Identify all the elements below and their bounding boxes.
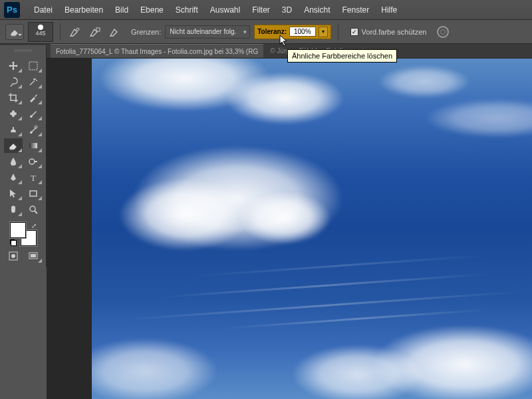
toolbox: T ⤢	[0, 45, 47, 267]
svg-point-10	[30, 206, 35, 211]
brush-size-label: 445	[35, 30, 45, 37]
limits-dropdown[interactable]: Nicht aufeinander folg.	[165, 25, 250, 39]
eraser-icon	[9, 27, 20, 37]
limits-value: Nicht aufeinander folg.	[170, 28, 236, 35]
brush-dot-icon	[38, 25, 43, 30]
type-tool[interactable]: T	[24, 170, 43, 185]
tolerance-value[interactable]: 100%	[289, 27, 316, 37]
path-selection-tool[interactable]	[4, 186, 23, 201]
move-tool[interactable]	[4, 59, 23, 73]
lasso-tool[interactable]	[4, 74, 23, 89]
screen-mode-icon[interactable]	[24, 249, 43, 263]
marquee-tool[interactable]	[24, 59, 43, 73]
menu-auswahl[interactable]: Auswahl	[204, 0, 246, 20]
separator	[60, 23, 61, 41]
menu-bild[interactable]: Bild	[109, 0, 134, 20]
menu-filter[interactable]: Filter	[246, 0, 276, 20]
protect-foreground-checkbox[interactable]: ✓ Vord.farbe schützen	[350, 28, 427, 36]
document-canvas[interactable]	[92, 59, 532, 399]
menu-hilfe[interactable]: Hilfe	[375, 0, 403, 20]
menu-3d[interactable]: 3D	[276, 0, 298, 20]
document-tab-active[interactable]: Fotolia_7775064_L © Thaut Images - Fotol…	[51, 44, 263, 59]
pen-tool[interactable]	[4, 170, 23, 185]
quick-mask-icon[interactable]	[4, 249, 23, 263]
svg-rect-6	[29, 143, 37, 148]
tolerance-dropdown-icon[interactable]: ▾	[319, 27, 328, 37]
separator	[338, 23, 338, 41]
eyedropper-tool[interactable]	[24, 90, 43, 105]
menu-fenster[interactable]: Fenster	[336, 0, 376, 20]
sampling-swatch-icon[interactable]	[107, 25, 123, 39]
protect-foreground-label: Vord.farbe schützen	[362, 28, 427, 36]
blur-tool[interactable]	[4, 154, 23, 169]
app-logo[interactable]: Ps	[4, 2, 20, 18]
healing-brush-tool[interactable]	[4, 106, 23, 121]
toolbox-grip[interactable]	[3, 49, 43, 56]
default-colors-icon[interactable]	[10, 239, 17, 246]
brush-tool[interactable]	[24, 106, 43, 121]
limits-label: Grenzen:	[131, 28, 161, 36]
tooltip: Ähnliche Farbbereiche löschen	[287, 49, 397, 63]
menu-bearbeiten[interactable]: Bearbeiten	[59, 0, 109, 20]
checkbox-icon: ✓	[350, 28, 358, 36]
hand-tool[interactable]	[4, 202, 23, 217]
svg-rect-4	[12, 110, 15, 117]
tool-preset-picker[interactable]	[5, 24, 24, 40]
svg-text:T: T	[31, 173, 36, 183]
tolerance-label: Toleranz:	[257, 28, 287, 35]
magic-wand-tool[interactable]	[24, 74, 43, 89]
document-tab-bar: Fotolia_7775064_L © Thaut Images - Fotol…	[0, 44, 532, 59]
sampling-continuous-icon[interactable]	[67, 25, 83, 39]
brush-preset-picker[interactable]: 445	[28, 22, 53, 42]
svg-rect-14	[31, 254, 36, 257]
zoom-tool[interactable]	[24, 202, 43, 217]
svg-point-12	[11, 254, 15, 258]
menu-ebene[interactable]: Ebene	[134, 0, 170, 20]
options-bar: 445 Grenzen: Nicht aufeinander folg. Tol…	[0, 20, 532, 44]
svg-rect-2	[29, 62, 37, 70]
menu-bar: Ps Datei Bearbeiten Bild Ebene Schrift A…	[0, 0, 532, 20]
svg-point-7	[29, 159, 35, 164]
gradient-tool[interactable]	[24, 138, 43, 153]
dodge-tool[interactable]	[24, 154, 43, 169]
crop-tool[interactable]	[4, 90, 23, 105]
eraser-tool[interactable]	[4, 138, 23, 153]
sampling-once-icon[interactable]	[87, 25, 103, 39]
rectangle-tool[interactable]	[24, 186, 43, 201]
color-swatches[interactable]: ⤢	[10, 222, 37, 246]
foreground-color-swatch[interactable]	[10, 222, 26, 238]
clone-stamp-tool[interactable]	[4, 122, 23, 137]
menu-schrift[interactable]: Schrift	[170, 0, 204, 20]
tolerance-control[interactable]: Toleranz: 100% ▾	[254, 25, 331, 39]
swap-colors-icon[interactable]: ⤢	[31, 222, 37, 229]
menu-ansicht[interactable]: Ansicht	[298, 0, 336, 20]
svg-rect-1	[96, 28, 100, 31]
pressure-icon[interactable]	[437, 26, 449, 38]
history-brush-tool[interactable]	[24, 122, 43, 137]
svg-rect-9	[30, 191, 37, 196]
canvas-area	[47, 59, 532, 399]
menu-datei[interactable]: Datei	[28, 0, 59, 20]
svg-point-0	[76, 28, 79, 31]
